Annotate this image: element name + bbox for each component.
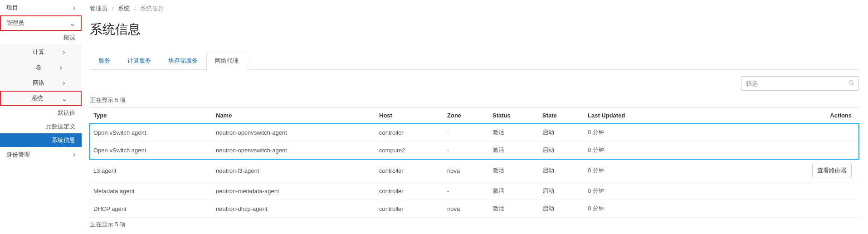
cell-actions	[675, 182, 859, 200]
cell-zone: nova	[444, 200, 489, 218]
cell-last-updated: 0 分钟	[584, 182, 675, 200]
cell-status: 激活	[489, 182, 539, 200]
cell-type: DHCP agent	[90, 200, 212, 218]
table-row[interactable]: Open vSwitch agentneutron-openvswitch-ag…	[90, 124, 859, 141]
sidebar-item-system[interactable]: 系统 ⌄	[0, 91, 82, 106]
table-row[interactable]: DHCP agentneutron-dhcp-agentcontrollerno…	[90, 200, 859, 218]
cell-state: 启动	[539, 159, 584, 182]
breadcrumb-seg[interactable]: 管理员	[90, 5, 107, 12]
view-routers-button[interactable]: 查看路由器	[812, 164, 852, 177]
cell-type: Metadata agent	[90, 182, 212, 200]
breadcrumb-seg[interactable]: 系统	[118, 5, 130, 12]
sidebar-item-volumes[interactable]: 卷 ›	[0, 60, 82, 75]
chevron-right-icon: ›	[63, 79, 65, 87]
tabs: 服务 计算服务 块存储服务 网络代理	[90, 52, 859, 70]
cell-host: controller	[375, 159, 444, 182]
breadcrumb: 管理员 / 系统 / 系统信息	[90, 5, 859, 13]
cell-status: 激活	[489, 124, 539, 141]
breadcrumb-sep-icon: /	[134, 5, 136, 12]
cell-actions: 查看路由器	[675, 159, 859, 182]
sidebar-item-network[interactable]: 网络 ›	[0, 75, 82, 91]
table-caption-top: 正在显示 5 项	[90, 96, 859, 104]
breadcrumb-sep-icon: /	[112, 5, 114, 12]
cell-last-updated: 0 分钟	[584, 200, 675, 218]
cell-state: 启动	[539, 200, 584, 218]
cell-host: compute2	[375, 141, 444, 159]
sidebar-item-compute[interactable]: 计算 ›	[0, 44, 82, 60]
cell-actions	[675, 141, 859, 159]
filter-wrap	[741, 76, 859, 91]
col-name[interactable]: Name	[212, 107, 375, 124]
cell-last-updated: 0 分钟	[584, 124, 675, 141]
cell-type: Open vSwitch agent	[90, 141, 212, 159]
cell-zone: -	[444, 182, 489, 200]
cell-host: controller	[375, 124, 444, 141]
tab-block-storage-services[interactable]: 块存储服务	[160, 52, 206, 70]
sidebar-item-label: 管理员	[6, 19, 24, 27]
cell-zone: -	[444, 141, 489, 159]
chevron-down-icon: ⌄	[61, 94, 67, 103]
cell-name: neutron-l3-agent	[212, 159, 375, 182]
filter-input[interactable]	[741, 76, 859, 91]
col-actions: Actions	[675, 107, 859, 124]
sidebar-item-label: 系统信息	[52, 136, 75, 144]
tab-compute-services[interactable]: 计算服务	[119, 52, 160, 70]
cell-actions	[675, 124, 859, 141]
sidebar-sub-system-information[interactable]: 系统信息	[0, 133, 82, 147]
main-content: 管理员 / 系统 / 系统信息 系统信息 服务 计算服务 块存储服务 网络代理 …	[82, 0, 868, 234]
cell-name: neutron-openvswitch-agent	[212, 141, 375, 159]
col-type[interactable]: Type	[90, 107, 212, 124]
cell-name: neutron-openvswitch-agent	[212, 124, 375, 141]
cell-host: controller	[375, 182, 444, 200]
col-host[interactable]: Host	[375, 107, 444, 124]
cell-status: 激活	[489, 141, 539, 159]
cell-last-updated: 0 分钟	[584, 159, 675, 182]
chevron-right-icon: ›	[73, 151, 75, 159]
breadcrumb-current: 系统信息	[140, 5, 164, 12]
sidebar-item-label: 默认值	[58, 109, 75, 117]
sidebar-item-label: 卷	[36, 63, 42, 72]
sidebar: 项目 › 管理员 ⌄ 概况 计算 › 卷 › 网络 › 系统 ⌄ 默认值	[0, 0, 82, 234]
col-last-updated[interactable]: Last Updated	[584, 107, 675, 124]
sidebar-item-label: 概况	[63, 34, 75, 42]
chevron-right-icon: ›	[73, 4, 75, 12]
sidebar-item-label: 项目	[6, 4, 18, 12]
chevron-right-icon: ›	[63, 48, 65, 56]
sidebar-sub-overview[interactable]: 概况	[0, 31, 82, 44]
cell-status: 激活	[489, 159, 539, 182]
cell-actions	[675, 200, 859, 218]
cell-last-updated: 0 分钟	[584, 141, 675, 159]
chevron-down-icon: ⌄	[69, 19, 75, 28]
table-header-row: Type Name Host Zone Status State Last Up…	[90, 107, 859, 124]
cell-type: Open vSwitch agent	[90, 124, 212, 141]
cell-name: neutron-dhcp-agent	[212, 200, 375, 218]
cell-state: 启动	[539, 124, 584, 141]
sidebar-sub-metadata-definitions[interactable]: 元数据定义	[0, 120, 82, 133]
sidebar-item-label: 元数据定义	[46, 122, 75, 131]
cell-name: neutron-metadata-agent	[212, 182, 375, 200]
table-row[interactable]: Metadata agentneutron-metadata-agentcont…	[90, 182, 859, 200]
col-status[interactable]: Status	[489, 107, 539, 124]
sidebar-item-label: 网络	[33, 79, 44, 87]
page-title: 系统信息	[90, 21, 859, 38]
cell-zone: nova	[444, 159, 489, 182]
table-row[interactable]: L3 agentneutron-l3-agentcontrollernova激活…	[90, 159, 859, 182]
table-caption-bottom: 正在显示 5 项	[90, 218, 859, 229]
cell-type: L3 agent	[90, 159, 212, 182]
filter-row	[90, 76, 859, 91]
tab-services[interactable]: 服务	[90, 52, 119, 70]
sidebar-item-admin[interactable]: 管理员 ⌄	[0, 15, 82, 31]
cell-state: 启动	[539, 141, 584, 159]
agents-table: Type Name Host Zone Status State Last Up…	[90, 107, 859, 218]
col-zone[interactable]: Zone	[444, 107, 489, 124]
cell-status: 激活	[489, 200, 539, 218]
chevron-right-icon: ›	[60, 63, 62, 72]
sidebar-item-label: 计算	[33, 48, 44, 56]
table-row[interactable]: Open vSwitch agentneutron-openvswitch-ag…	[90, 141, 859, 159]
cell-zone: -	[444, 124, 489, 141]
tab-network-agents[interactable]: 网络代理	[206, 52, 247, 70]
col-state[interactable]: State	[539, 107, 584, 124]
sidebar-item-identity[interactable]: 身份管理 ›	[0, 147, 82, 162]
sidebar-item-project[interactable]: 项目 ›	[0, 0, 82, 15]
sidebar-sub-defaults[interactable]: 默认值	[0, 106, 82, 120]
